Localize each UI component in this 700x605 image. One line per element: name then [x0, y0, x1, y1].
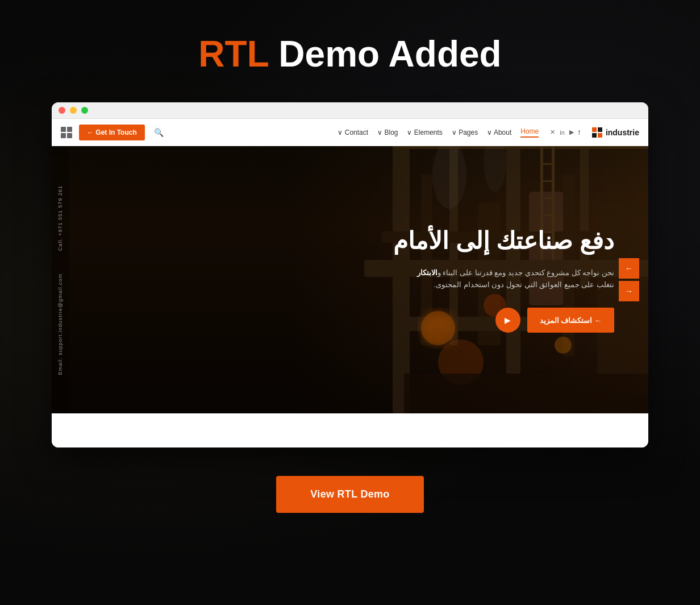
view-demo-section: View RTL Demo	[276, 476, 423, 513]
sidebar-call-text: Call. +971 551 579 261	[57, 185, 63, 251]
sidebar-email-text: Email. support.industrie@gmail.com	[57, 274, 63, 375]
linkedin-icon[interactable]: in	[560, 129, 565, 136]
logo-icon	[591, 127, 603, 138]
site-logo[interactable]: industrie	[591, 127, 639, 138]
heading-accent: RTL	[198, 34, 268, 74]
hero-sidebar: Call. +971 551 579 261 Email. support.in…	[52, 146, 69, 413]
nav-links: ∨ Contact ∨ Blog ∨ Elements ∨ Pages ∨ Ab…	[338, 127, 539, 138]
view-rtl-demo-button[interactable]: View RTL Demo	[276, 476, 423, 513]
twitter-icon[interactable]: ✕	[550, 129, 555, 136]
nav-home[interactable]: Home	[520, 127, 539, 138]
browser-mockup: ← Get In Touch 🔍 ∨ Contact ∨ Blog ∨ Elem…	[52, 102, 648, 447]
nav-pages[interactable]: ∨ Pages	[452, 129, 478, 136]
hero-title: دفع صناعتك إلى الأمام	[91, 227, 614, 255]
grid-icon[interactable]	[61, 127, 72, 138]
browser-topbar	[52, 102, 648, 119]
social-icons: ✕ in ▶ f	[550, 129, 580, 136]
browser-close-dot	[59, 107, 65, 114]
svg-rect-1	[598, 127, 602, 132]
search-icon[interactable]: 🔍	[154, 128, 164, 137]
browser-minimize-dot	[70, 107, 77, 114]
logo-text: industrie	[606, 128, 639, 137]
hero-buttons: ← استكشاف المزيد ▶	[91, 308, 614, 333]
cta-button[interactable]: ← استكشاف المزيد	[527, 308, 614, 333]
svg-rect-0	[592, 127, 597, 132]
browser-expand-dot	[81, 107, 88, 114]
next-arrow[interactable]: →	[619, 281, 639, 301]
svg-rect-3	[598, 133, 602, 138]
nav-about[interactable]: ∨ About	[487, 129, 511, 136]
svg-rect-2	[592, 133, 597, 138]
hero-arrows: ← →	[619, 258, 639, 301]
hero-subtitle: نحن نواجه كل مشروع كتحدي جديد ومع قدرتنا…	[415, 267, 614, 291]
nav-blog[interactable]: ∨ Blog	[377, 129, 398, 136]
hero-content: دفع صناعتك إلى الأمام نحن نواجه كل مشروع…	[69, 146, 648, 413]
page-heading: RTL Demo Added	[198, 34, 501, 74]
prev-arrow[interactable]: ←	[619, 258, 639, 279]
heading-rest: Demo Added	[269, 34, 502, 74]
facebook-icon[interactable]: f	[578, 129, 580, 136]
nav-contact[interactable]: ∨ Contact	[338, 129, 368, 136]
get-in-touch-button[interactable]: ← Get In Touch	[79, 125, 145, 140]
website-bottom-section	[52, 413, 648, 447]
website-hero: Call. +971 551 579 261 Email. support.in…	[52, 146, 648, 413]
website-navbar: ← Get In Touch 🔍 ∨ Contact ∨ Blog ∨ Elem…	[52, 119, 648, 146]
youtube-icon[interactable]: ▶	[569, 129, 574, 136]
play-button[interactable]: ▶	[495, 308, 520, 333]
nav-elements[interactable]: ∨ Elements	[407, 129, 442, 136]
